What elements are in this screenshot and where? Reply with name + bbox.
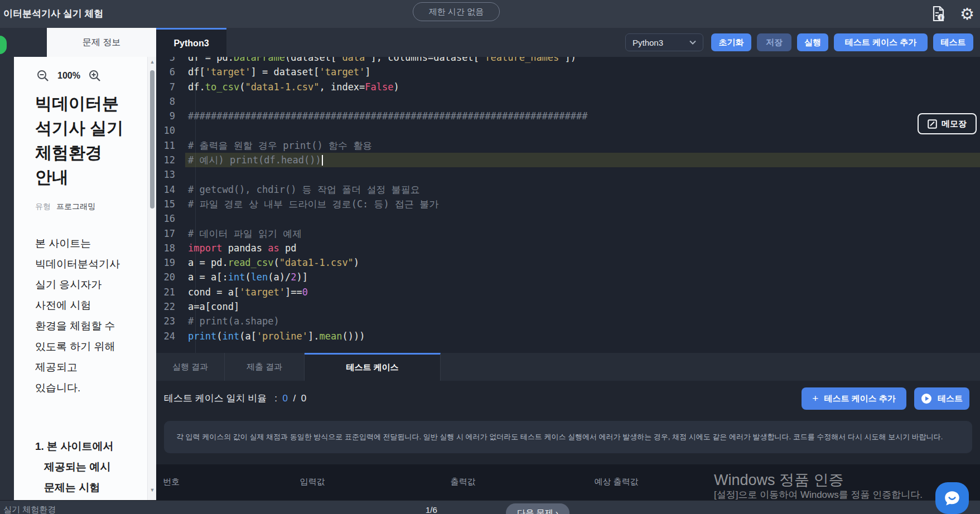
chat-smile-icon (943, 489, 961, 507)
memo-button[interactable]: 메모장 (918, 113, 977, 134)
tab-python3[interactable]: Python3 (156, 28, 226, 57)
code-token: 'proline' (257, 331, 308, 342)
description-line: 제공되고 (35, 357, 120, 377)
code-token: ) (394, 81, 399, 93)
result-tab-3[interactable]: 테스트 케이스 (305, 353, 441, 381)
plus-icon: + (812, 392, 818, 405)
result-tab-1[interactable]: 실행 결과 (156, 353, 225, 381)
code-token: import (188, 243, 222, 254)
settings-gear-icon[interactable]: ⚙ (960, 4, 974, 24)
chat-support-button[interactable] (935, 482, 969, 514)
footer-env-label: 실기 체험환경 (3, 505, 56, 514)
add-test-case-button-top[interactable]: 테스트 케이스 추가 (834, 33, 928, 51)
scroll-up-arrow-icon[interactable]: ▲ (148, 59, 156, 65)
code-token: ] (365, 66, 370, 77)
code-text (185, 94, 980, 109)
left-edge-strip (0, 57, 14, 500)
code-token: # 출력을 원할 경우 print() 함수 활용 (188, 140, 372, 151)
line-number: 21 (156, 285, 185, 299)
code-token: to_csv (205, 81, 239, 93)
code-token: (a[ (239, 331, 257, 342)
code-token: # 파일 경로 상 내부 드라이브 경로(C: 등) 접근 불가 (188, 198, 438, 210)
line-number: 20 (156, 270, 185, 284)
code-line[interactable]: 17# 데이터 파일 읽기 예제 (156, 226, 980, 241)
zoom-in-button[interactable] (88, 69, 102, 83)
run-button[interactable]: 실행 (797, 33, 828, 51)
code-area[interactable]: 5df = pd.DataFrame(dataset['data'], colu… (156, 57, 980, 343)
code-line[interactable]: 10 (156, 123, 980, 138)
line-number: 23 (156, 314, 185, 328)
code-token: ( (239, 81, 245, 93)
zoom-out-button[interactable] (36, 69, 50, 83)
problem-sheet-info-icon[interactable]: i (932, 6, 945, 22)
code-line[interactable]: 13 (156, 167, 980, 182)
line-number: 14 (156, 182, 185, 197)
result-tab-2[interactable]: 제출 결과 (225, 353, 305, 381)
language-select-value: Python3 (633, 38, 663, 47)
test-button-top[interactable]: 테스트 (933, 33, 973, 51)
code-token: , index= (319, 81, 365, 93)
code-line[interactable]: 22a=a[cond] (156, 299, 980, 314)
scroll-down-arrow-icon[interactable]: ▼ (148, 487, 156, 493)
code-text: # getcwd(), chdir() 등 작업 폴더 설정 불필요 (185, 182, 980, 197)
zoom-controls: 100% (36, 69, 102, 83)
code-line[interactable]: 6df['target'] = dataset['target'] (156, 65, 980, 79)
ratio-label: 테스트 케이스 일치 비율 (164, 393, 267, 404)
code-line[interactable]: 20a = a[:int(len(a)/2)] (156, 270, 980, 284)
line-number: 15 (156, 197, 185, 211)
code-line[interactable]: 24print(int(a['proline'].mean())) (156, 329, 980, 343)
app-window: 이터분석기사 실기 체험 제한 시간 없음 i ⚙ 문제 정보 Python3 (0, 0, 980, 514)
code-line[interactable]: 21cond = a['target']==0 (156, 285, 980, 299)
next-problem-button[interactable]: 다음 문제 › (506, 503, 569, 514)
line-number: 13 (156, 167, 185, 182)
sidebar-scrollbar-thumb[interactable] (150, 70, 155, 208)
code-line[interactable]: 8 (156, 94, 980, 109)
code-text: import pandas as pd (185, 241, 980, 255)
line-number: 11 (156, 138, 185, 153)
code-line[interactable]: 23# print(a.shape) (156, 314, 980, 328)
code-line[interactable]: 16 (156, 211, 980, 226)
code-line[interactable]: 11# 출력을 원할 경우 print() 함수 활용 (156, 138, 980, 153)
play-icon (921, 393, 932, 404)
svg-text:i: i (940, 15, 942, 21)
test-run-button[interactable]: 테스트 (914, 387, 969, 410)
code-line[interactable]: 19a = pd.read_csv("data1-1.csv") (156, 255, 980, 270)
ratio-total: 0 (301, 393, 306, 404)
code-line[interactable]: 5df = pd.DataFrame(dataset['data'], colu… (156, 57, 980, 65)
code-token: ]. (308, 331, 319, 342)
add-test-case-button[interactable]: + 테스트 케이스 추가 (802, 387, 906, 410)
code-editor[interactable]: 5df = pd.DataFrame(dataset['data'], colu… (156, 57, 980, 353)
code-token: ]) (565, 57, 576, 63)
save-button[interactable]: 저장 (757, 33, 791, 51)
code-line[interactable]: 18import pandas as pd (156, 241, 980, 255)
code-text: a = a[:int(len(a)/2)] (185, 270, 980, 284)
code-token: # getcwd(), chdir() 등 작업 폴더 설정 불필요 (188, 184, 420, 195)
code-line[interactable]: 14# getcwd(), chdir() 등 작업 폴더 설정 불필요 (156, 182, 980, 197)
problem-type-value: 프로그래밍 (56, 202, 95, 212)
problem-title-line: 안내 (35, 165, 123, 190)
problem-title-line: 빅데이터분 (35, 91, 123, 116)
tab-problem-info[interactable]: 문제 정보 (47, 28, 156, 57)
line-number: 19 (156, 255, 185, 270)
line-number: 6 (156, 65, 185, 79)
code-line[interactable]: 9#######################################… (156, 109, 980, 123)
tab-python3-label: Python3 (173, 38, 209, 49)
line-number: 17 (156, 226, 185, 241)
code-token: 'data' (336, 57, 370, 63)
code-line[interactable]: 7df.to_csv("data1-1.csv", index=False) (156, 80, 980, 94)
description-line: 환경을 체험할 수 (35, 316, 120, 336)
tab-problem-info-label: 문제 정보 (83, 37, 120, 49)
language-select[interactable]: Python3 (625, 33, 703, 51)
sidebar-scrollbar[interactable]: ▲ ▼ (147, 57, 156, 500)
code-line[interactable]: 12# 예시) print(df.head()) (156, 153, 980, 167)
code-token: a = pd. (188, 257, 228, 268)
code-token: df[ (188, 66, 205, 77)
reset-button[interactable]: 초기화 (711, 33, 751, 51)
code-token: int (222, 331, 239, 342)
top-app-bar: 이터분석기사 실기 체험 제한 시간 없음 i ⚙ (0, 0, 980, 28)
page-indicator: 1/6 (426, 505, 437, 514)
code-line[interactable]: 15# 파일 경로 상 내부 드라이브 경로(C: 등) 접근 불가 (156, 197, 980, 211)
code-text (185, 211, 980, 226)
test-case-ratio: 테스트 케이스 일치 비율 : 0 / 0 (164, 392, 306, 405)
table-header-3: 예상 출력값 (594, 477, 638, 487)
